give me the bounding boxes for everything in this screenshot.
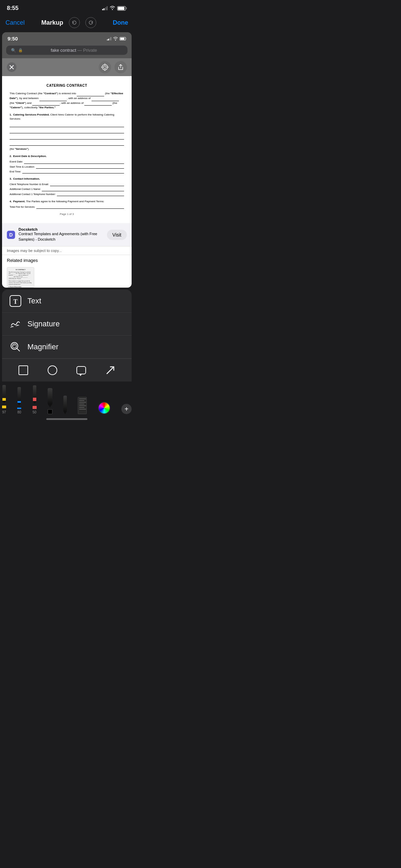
ruler-tool[interactable]	[78, 397, 87, 414]
inner-time: 9:50	[8, 36, 18, 41]
markup-menu: T Text Signature Magnifier	[2, 290, 132, 382]
ruler-icon	[78, 397, 87, 414]
marker-tool[interactable]	[63, 396, 67, 414]
svg-point-2	[102, 64, 108, 70]
status-icons	[102, 6, 127, 11]
add-icon: +	[121, 404, 132, 414]
doc-top-row	[2, 58, 132, 76]
url-text: fake contract — Private	[25, 48, 123, 53]
related-thumb-1: DJ CONTRACT This Dj Contract the "Contra…	[7, 267, 34, 288]
nav-center: Markup	[41, 17, 96, 28]
wifi-icon	[110, 6, 115, 11]
doc-title: CATERING CONTRACT	[10, 83, 124, 88]
pen3-value: 50	[33, 410, 36, 414]
signal-icon	[102, 6, 108, 10]
document-content: CATERING CONTRACT This Catering Contract…	[2, 76, 132, 223]
inner-signal-icon	[107, 37, 111, 40]
doc-section-1: 1.Catering Services Provided. Client hir…	[10, 113, 124, 151]
signature-icon-box	[9, 317, 22, 330]
lock-icon: 🔒	[18, 48, 23, 52]
nav-bar: Cancel Markup Done	[0, 14, 134, 32]
nav-title: Markup	[41, 19, 63, 26]
cancel-button[interactable]: Cancel	[5, 19, 25, 26]
svg-point-11	[17, 325, 18, 326]
text-icon: T	[9, 295, 22, 307]
pen-tool-1[interactable]: 97	[2, 385, 6, 414]
svg-line-14	[17, 348, 20, 351]
inner-status-bar: 9:50	[2, 32, 132, 44]
magnifier-menu-item[interactable]: Magnifier	[2, 336, 132, 359]
visit-button[interactable]: Visit	[107, 230, 127, 240]
share-button[interactable]	[114, 61, 127, 73]
home-bar	[46, 418, 87, 420]
doc-intro: This Catering Contract (the "Contract") …	[10, 92, 124, 110]
drawing-toolbar: 97 80 50	[0, 382, 134, 415]
close-doc-button[interactable]	[7, 62, 16, 72]
related-images-label: Related images	[7, 258, 127, 263]
inner-wifi-icon	[113, 37, 118, 40]
shapes-row	[2, 359, 132, 382]
svg-line-15	[107, 367, 114, 374]
bubble-shape-button[interactable]	[75, 364, 88, 377]
arrow-shape-button[interactable]	[104, 364, 117, 377]
home-indicator	[0, 415, 134, 422]
svg-point-3	[104, 66, 106, 69]
color-wheel-icon	[98, 402, 110, 414]
related-images-section: Related images DJ CONTRACT This Dj Contr…	[2, 255, 132, 288]
docsketch-text: Docsketch Contract Templates and Agreeme…	[19, 227, 104, 242]
circle-shape-button[interactable]	[46, 364, 59, 377]
browser-bar: 🔍 🔒 fake contract — Private	[2, 44, 132, 58]
thick-pen-tool[interactable]	[48, 388, 52, 414]
add-tool-button[interactable]: +	[121, 404, 132, 414]
magnifier-menu-label: Magnifier	[27, 342, 58, 351]
images-notice: Images may be subject to copy...	[2, 246, 132, 255]
pen-tool-2[interactable]: 80	[17, 387, 21, 414]
doc-section-3: 3.Contact Information. Client Telephone …	[10, 177, 124, 196]
done-button[interactable]: Done	[113, 19, 128, 26]
text-menu-label: Text	[27, 297, 41, 305]
pen-tool-3[interactable]: 50	[33, 385, 37, 414]
doc-footer: Page 1 of 3	[10, 212, 124, 216]
inner-icons	[107, 37, 126, 40]
undo-button[interactable]	[69, 17, 80, 28]
docsketch-name: Docsketch	[19, 227, 104, 231]
docsketch-desc: Contract Templates and Agreements (with …	[19, 231, 104, 242]
screenshot-container: 9:50 🔍 🔒 fake contract — Priva	[2, 32, 132, 288]
battery-icon	[117, 6, 127, 11]
text-menu-item[interactable]: T Text	[2, 290, 132, 313]
search-icon: 🔍	[11, 48, 16, 53]
signature-menu-item[interactable]: Signature	[2, 313, 132, 336]
url-bar[interactable]: 🔍 🔒 fake contract — Private	[6, 46, 127, 55]
doc-section-4: 4.Payment. The Parties agree to the foll…	[10, 200, 124, 209]
docsketch-banner: D Docsketch Contract Templates and Agree…	[2, 223, 132, 246]
scan-button[interactable]	[99, 61, 111, 73]
color-picker-button[interactable]	[98, 402, 110, 414]
magnifier-icon	[9, 341, 22, 353]
signature-icon	[9, 318, 22, 330]
redo-button[interactable]	[85, 17, 96, 28]
doc-section-2: 2.Event Date & Description. Event Date: …	[10, 154, 124, 173]
text-icon-box: T	[9, 294, 22, 308]
square-shape-button[interactable]	[17, 364, 30, 377]
svg-text:T: T	[13, 298, 17, 305]
pen2-value: 80	[17, 410, 21, 414]
svg-point-10	[12, 326, 13, 327]
docsketch-logo: D	[7, 231, 15, 239]
signature-menu-label: Signature	[27, 320, 60, 328]
status-time: 8:55	[7, 5, 19, 12]
pen1-value: 97	[2, 410, 6, 414]
status-bar: 8:55	[0, 0, 134, 14]
services-lines	[10, 122, 124, 146]
magnifier-icon-box	[9, 340, 22, 353]
